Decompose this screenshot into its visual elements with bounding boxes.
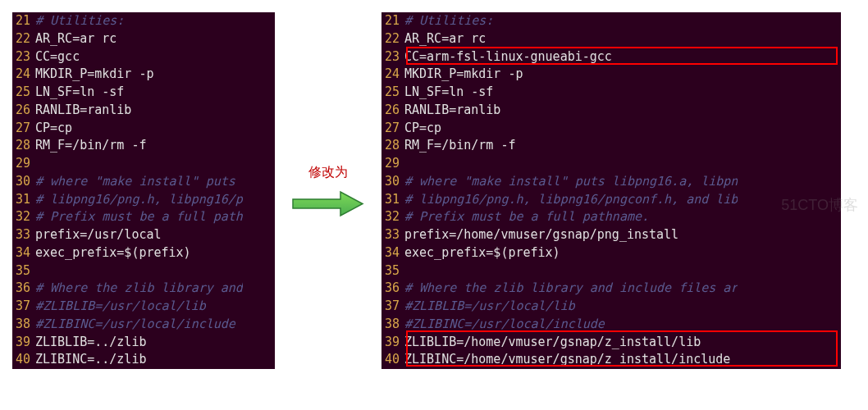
- line-number: 34: [12, 244, 35, 262]
- code-line: 34exec_prefix=$(prefix): [12, 244, 275, 262]
- line-number: 28: [381, 137, 404, 155]
- line-content: AR_RC=ar rc: [35, 30, 116, 48]
- line-number: 35: [381, 262, 404, 280]
- line-number: 39: [381, 334, 404, 352]
- line-number: 37: [12, 298, 35, 316]
- line-number: 24: [12, 66, 35, 84]
- line-content: #ZLIBLIB=/usr/local/lib: [404, 298, 575, 316]
- code-line: 23CC=gcc: [12, 48, 275, 66]
- line-number: 23: [12, 48, 35, 66]
- line-number: 25: [12, 84, 35, 102]
- code-line: 33prefix=/home/vmuser/gsnap/png_install: [381, 226, 841, 244]
- line-content: # where "make install" puts libpng16.a, …: [404, 173, 738, 191]
- code-line: 25LN_SF=ln -sf: [381, 84, 841, 102]
- line-number: 22: [381, 30, 404, 48]
- line-number: 22: [12, 30, 35, 48]
- line-number: 26: [12, 102, 35, 120]
- line-number: 36: [12, 280, 35, 298]
- line-content: # libpng16/png.h, libpng16/pngconf.h, an…: [404, 191, 738, 209]
- line-number: 40: [381, 351, 404, 369]
- code-line: 39ZLIBLIB=../zlib: [12, 334, 275, 352]
- code-line: 38#ZLIBINC=/usr/local/include: [12, 316, 275, 334]
- code-line: 37#ZLIBLIB=/usr/local/lib: [381, 298, 841, 316]
- code-line: 25LN_SF=ln -sf: [12, 84, 275, 102]
- line-number: 38: [381, 316, 404, 334]
- code-line: 36# Where the zlib library and: [12, 280, 275, 298]
- line-content: # Utilities:: [404, 12, 493, 30]
- line-content: ZLIBLIB=../zlib: [35, 334, 146, 352]
- line-content: LN_SF=ln -sf: [404, 84, 493, 102]
- line-content: exec_prefix=$(prefix): [35, 244, 191, 262]
- line-content: CC=gcc: [35, 48, 80, 66]
- code-editor-before: 21# Utilities:22AR_RC=ar rc23CC=gcc24MKD…: [12, 12, 275, 369]
- line-content: MKDIR_P=mkdir -p: [404, 66, 523, 84]
- transition-indicator: 修改为: [291, 164, 365, 218]
- line-number: 25: [381, 84, 404, 102]
- code-line: 29: [381, 155, 841, 173]
- line-content: RANLIB=ranlib: [35, 102, 131, 120]
- line-number: 26: [381, 102, 404, 120]
- code-line: 35: [381, 262, 841, 280]
- line-number: 21: [12, 12, 35, 30]
- code-editor-after: 21# Utilities:22AR_RC=ar rc23CC=arm-fsl-…: [381, 12, 841, 369]
- code-line: 30# where "make install" puts libpng16.a…: [381, 173, 841, 191]
- line-number: 27: [12, 120, 35, 138]
- code-line: 29: [12, 155, 275, 173]
- line-number: 29: [12, 155, 35, 173]
- line-content: AR_RC=ar rc: [404, 30, 486, 48]
- code-line: 22AR_RC=ar rc: [381, 30, 841, 48]
- line-content: ZLIBINC=../zlib: [35, 351, 146, 369]
- code-line: 26RANLIB=ranlib: [12, 102, 275, 120]
- code-line: 28RM_F=/bin/rm -f: [381, 137, 841, 155]
- code-line: 22AR_RC=ar rc: [12, 30, 275, 48]
- line-number: 33: [381, 226, 404, 244]
- line-number: 38: [12, 316, 35, 334]
- line-content: CC=arm-fsl-linux-gnueabi-gcc: [404, 48, 612, 66]
- line-content: CP=cp: [35, 120, 72, 138]
- line-number: 27: [381, 120, 404, 138]
- code-line: 40ZLIBINC=/home/vmuser/gsnap/z_install/i…: [381, 351, 841, 369]
- line-number: 39: [12, 334, 35, 352]
- line-content: # libpng16/png.h, libpng16/p: [35, 191, 243, 209]
- line-number: 37: [381, 298, 404, 316]
- line-content: # Prefix must be a full path: [35, 208, 243, 226]
- code-line: 28RM_F=/bin/rm -f: [12, 137, 275, 155]
- line-content: #ZLIBINC=/usr/local/include: [35, 316, 235, 334]
- code-line: 32# Prefix must be a full pathname.: [381, 208, 841, 226]
- code-line: 31# libpng16/png.h, libpng16/p: [12, 191, 275, 209]
- line-content: # Utilities:: [35, 12, 124, 30]
- line-content: prefix=/usr/local: [35, 226, 162, 244]
- line-content: ZLIBINC=/home/vmuser/gsnap/z_install/inc…: [404, 351, 730, 369]
- code-line: 21# Utilities:: [12, 12, 275, 30]
- line-number: 23: [381, 48, 404, 66]
- code-line: 32# Prefix must be a full path: [12, 208, 275, 226]
- line-number: 29: [381, 155, 404, 173]
- line-number: 36: [381, 280, 404, 298]
- line-number: 30: [381, 173, 404, 191]
- left-code-panel: 21# Utilities:22AR_RC=ar rc23CC=gcc24MKD…: [12, 12, 275, 369]
- code-line: 34exec_prefix=$(prefix): [381, 244, 841, 262]
- line-number: 21: [381, 12, 404, 30]
- code-line: 35: [12, 262, 275, 280]
- code-line: 38#ZLIBINC=/usr/local/include: [381, 316, 841, 334]
- code-line: 27CP=cp: [12, 120, 275, 138]
- code-line: 24MKDIR_P=mkdir -p: [12, 66, 275, 84]
- line-content: exec_prefix=$(prefix): [404, 244, 560, 262]
- code-line: 40ZLIBINC=../zlib: [12, 351, 275, 369]
- line-content: # Where the zlib library and: [35, 280, 243, 298]
- code-line: 33prefix=/usr/local: [12, 226, 275, 244]
- change-label: 修改为: [308, 164, 348, 181]
- code-line: 23CC=arm-fsl-linux-gnueabi-gcc: [381, 48, 841, 66]
- line-number: 31: [381, 191, 404, 209]
- line-content: MKDIR_P=mkdir -p: [35, 66, 154, 84]
- code-line: 39ZLIBLIB=/home/vmuser/gsnap/z_install/l…: [381, 334, 841, 352]
- line-content: RM_F=/bin/rm -f: [404, 137, 515, 155]
- line-content: # Where the zlib library and include fil…: [404, 280, 738, 298]
- line-content: #ZLIBLIB=/usr/local/lib: [35, 298, 206, 316]
- code-line: 21# Utilities:: [381, 12, 841, 30]
- line-content: RANLIB=ranlib: [404, 102, 500, 120]
- code-line: 36# Where the zlib library and include f…: [381, 280, 841, 298]
- code-line: 37#ZLIBLIB=/usr/local/lib: [12, 298, 275, 316]
- right-code-panel: 21# Utilities:22AR_RC=ar rc23CC=arm-fsl-…: [381, 12, 841, 369]
- line-content: CP=cp: [404, 120, 441, 138]
